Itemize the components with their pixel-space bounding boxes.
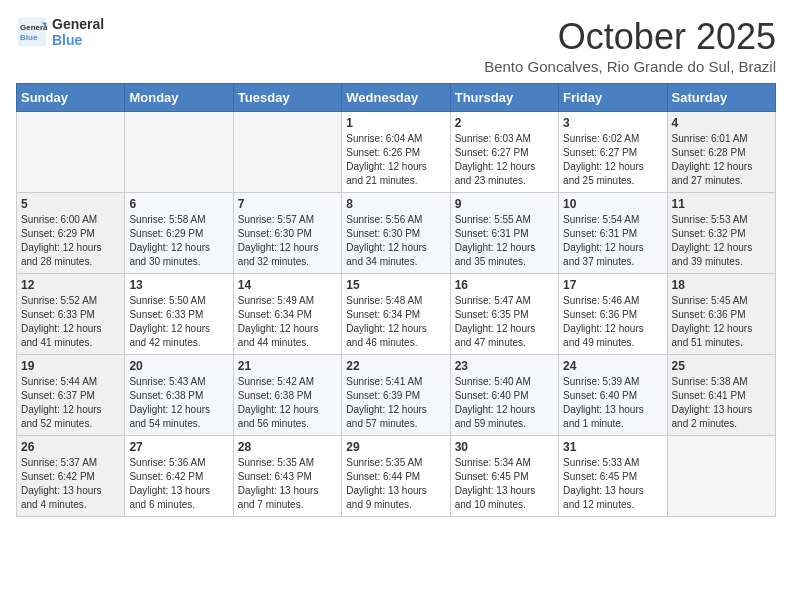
calendar-cell: 18Sunrise: 5:45 AM Sunset: 6:36 PM Dayli… (667, 274, 775, 355)
calendar-cell: 27Sunrise: 5:36 AM Sunset: 6:42 PM Dayli… (125, 436, 233, 517)
cell-content: Sunrise: 6:01 AM Sunset: 6:28 PM Dayligh… (672, 132, 771, 188)
day-number: 11 (672, 197, 771, 211)
day-number: 8 (346, 197, 445, 211)
cell-content: Sunrise: 6:04 AM Sunset: 6:26 PM Dayligh… (346, 132, 445, 188)
calendar-cell: 8Sunrise: 5:56 AM Sunset: 6:30 PM Daylig… (342, 193, 450, 274)
cell-content: Sunrise: 5:42 AM Sunset: 6:38 PM Dayligh… (238, 375, 337, 431)
calendar-cell: 29Sunrise: 5:35 AM Sunset: 6:44 PM Dayli… (342, 436, 450, 517)
calendar-cell: 22Sunrise: 5:41 AM Sunset: 6:39 PM Dayli… (342, 355, 450, 436)
calendar-week-4: 19Sunrise: 5:44 AM Sunset: 6:37 PM Dayli… (17, 355, 776, 436)
month-title: October 2025 (484, 16, 776, 58)
calendar-cell: 21Sunrise: 5:42 AM Sunset: 6:38 PM Dayli… (233, 355, 341, 436)
day-number: 17 (563, 278, 662, 292)
day-number: 12 (21, 278, 120, 292)
day-number: 25 (672, 359, 771, 373)
day-number: 27 (129, 440, 228, 454)
calendar-cell: 2Sunrise: 6:03 AM Sunset: 6:27 PM Daylig… (450, 112, 558, 193)
calendar-week-2: 5Sunrise: 6:00 AM Sunset: 6:29 PM Daylig… (17, 193, 776, 274)
calendar-week-3: 12Sunrise: 5:52 AM Sunset: 6:33 PM Dayli… (17, 274, 776, 355)
day-number: 16 (455, 278, 554, 292)
day-number: 23 (455, 359, 554, 373)
calendar-cell (667, 436, 775, 517)
cell-content: Sunrise: 5:44 AM Sunset: 6:37 PM Dayligh… (21, 375, 120, 431)
day-number: 29 (346, 440, 445, 454)
cell-content: Sunrise: 5:37 AM Sunset: 6:42 PM Dayligh… (21, 456, 120, 512)
calendar-cell: 13Sunrise: 5:50 AM Sunset: 6:33 PM Dayli… (125, 274, 233, 355)
calendar-cell: 30Sunrise: 5:34 AM Sunset: 6:45 PM Dayli… (450, 436, 558, 517)
day-number: 24 (563, 359, 662, 373)
calendar-cell: 28Sunrise: 5:35 AM Sunset: 6:43 PM Dayli… (233, 436, 341, 517)
calendar-week-1: 1Sunrise: 6:04 AM Sunset: 6:26 PM Daylig… (17, 112, 776, 193)
cell-content: Sunrise: 6:00 AM Sunset: 6:29 PM Dayligh… (21, 213, 120, 269)
cell-content: Sunrise: 5:41 AM Sunset: 6:39 PM Dayligh… (346, 375, 445, 431)
day-number: 4 (672, 116, 771, 130)
day-number: 18 (672, 278, 771, 292)
cell-content: Sunrise: 5:48 AM Sunset: 6:34 PM Dayligh… (346, 294, 445, 350)
calendar-cell: 9Sunrise: 5:55 AM Sunset: 6:31 PM Daylig… (450, 193, 558, 274)
cell-content: Sunrise: 5:35 AM Sunset: 6:43 PM Dayligh… (238, 456, 337, 512)
cell-content: Sunrise: 5:47 AM Sunset: 6:35 PM Dayligh… (455, 294, 554, 350)
title-block: October 2025 Bento Goncalves, Rio Grande… (484, 16, 776, 75)
cell-content: Sunrise: 6:03 AM Sunset: 6:27 PM Dayligh… (455, 132, 554, 188)
calendar-cell: 5Sunrise: 6:00 AM Sunset: 6:29 PM Daylig… (17, 193, 125, 274)
weekday-saturday: Saturday (667, 84, 775, 112)
weekday-wednesday: Wednesday (342, 84, 450, 112)
cell-content: Sunrise: 5:49 AM Sunset: 6:34 PM Dayligh… (238, 294, 337, 350)
logo-line2: Blue (52, 32, 104, 48)
day-number: 7 (238, 197, 337, 211)
calendar-cell: 17Sunrise: 5:46 AM Sunset: 6:36 PM Dayli… (559, 274, 667, 355)
day-number: 28 (238, 440, 337, 454)
location-subtitle: Bento Goncalves, Rio Grande do Sul, Braz… (484, 58, 776, 75)
day-number: 26 (21, 440, 120, 454)
weekday-thursday: Thursday (450, 84, 558, 112)
cell-content: Sunrise: 5:53 AM Sunset: 6:32 PM Dayligh… (672, 213, 771, 269)
day-number: 3 (563, 116, 662, 130)
calendar-cell: 10Sunrise: 5:54 AM Sunset: 6:31 PM Dayli… (559, 193, 667, 274)
cell-content: Sunrise: 5:35 AM Sunset: 6:44 PM Dayligh… (346, 456, 445, 512)
cell-content: Sunrise: 5:55 AM Sunset: 6:31 PM Dayligh… (455, 213, 554, 269)
calendar-cell: 23Sunrise: 5:40 AM Sunset: 6:40 PM Dayli… (450, 355, 558, 436)
calendar-cell: 25Sunrise: 5:38 AM Sunset: 6:41 PM Dayli… (667, 355, 775, 436)
cell-content: Sunrise: 5:43 AM Sunset: 6:38 PM Dayligh… (129, 375, 228, 431)
cell-content: Sunrise: 5:33 AM Sunset: 6:45 PM Dayligh… (563, 456, 662, 512)
calendar-cell: 6Sunrise: 5:58 AM Sunset: 6:29 PM Daylig… (125, 193, 233, 274)
calendar-table: SundayMondayTuesdayWednesdayThursdayFrid… (16, 83, 776, 517)
day-number: 5 (21, 197, 120, 211)
calendar-cell: 20Sunrise: 5:43 AM Sunset: 6:38 PM Dayli… (125, 355, 233, 436)
day-number: 22 (346, 359, 445, 373)
weekday-monday: Monday (125, 84, 233, 112)
calendar-cell: 19Sunrise: 5:44 AM Sunset: 6:37 PM Dayli… (17, 355, 125, 436)
day-number: 1 (346, 116, 445, 130)
cell-content: Sunrise: 5:56 AM Sunset: 6:30 PM Dayligh… (346, 213, 445, 269)
page-header: General Blue General Blue October 2025 B… (16, 16, 776, 75)
day-number: 2 (455, 116, 554, 130)
logo: General Blue General Blue (16, 16, 104, 48)
cell-content: Sunrise: 5:45 AM Sunset: 6:36 PM Dayligh… (672, 294, 771, 350)
day-number: 9 (455, 197, 554, 211)
cell-content: Sunrise: 5:52 AM Sunset: 6:33 PM Dayligh… (21, 294, 120, 350)
calendar-cell: 24Sunrise: 5:39 AM Sunset: 6:40 PM Dayli… (559, 355, 667, 436)
day-number: 20 (129, 359, 228, 373)
day-number: 21 (238, 359, 337, 373)
weekday-header-row: SundayMondayTuesdayWednesdayThursdayFrid… (17, 84, 776, 112)
calendar-cell: 15Sunrise: 5:48 AM Sunset: 6:34 PM Dayli… (342, 274, 450, 355)
svg-text:General: General (20, 23, 48, 32)
cell-content: Sunrise: 5:34 AM Sunset: 6:45 PM Dayligh… (455, 456, 554, 512)
calendar-cell: 26Sunrise: 5:37 AM Sunset: 6:42 PM Dayli… (17, 436, 125, 517)
cell-content: Sunrise: 5:57 AM Sunset: 6:30 PM Dayligh… (238, 213, 337, 269)
svg-text:Blue: Blue (20, 33, 38, 42)
cell-content: Sunrise: 5:40 AM Sunset: 6:40 PM Dayligh… (455, 375, 554, 431)
calendar-cell: 31Sunrise: 5:33 AM Sunset: 6:45 PM Dayli… (559, 436, 667, 517)
cell-content: Sunrise: 6:02 AM Sunset: 6:27 PM Dayligh… (563, 132, 662, 188)
logo-icon: General Blue (16, 16, 48, 48)
day-number: 6 (129, 197, 228, 211)
day-number: 19 (21, 359, 120, 373)
day-number: 10 (563, 197, 662, 211)
day-number: 31 (563, 440, 662, 454)
cell-content: Sunrise: 5:46 AM Sunset: 6:36 PM Dayligh… (563, 294, 662, 350)
calendar-cell: 3Sunrise: 6:02 AM Sunset: 6:27 PM Daylig… (559, 112, 667, 193)
cell-content: Sunrise: 5:39 AM Sunset: 6:40 PM Dayligh… (563, 375, 662, 431)
cell-content: Sunrise: 5:38 AM Sunset: 6:41 PM Dayligh… (672, 375, 771, 431)
cell-content: Sunrise: 5:36 AM Sunset: 6:42 PM Dayligh… (129, 456, 228, 512)
calendar-week-5: 26Sunrise: 5:37 AM Sunset: 6:42 PM Dayli… (17, 436, 776, 517)
